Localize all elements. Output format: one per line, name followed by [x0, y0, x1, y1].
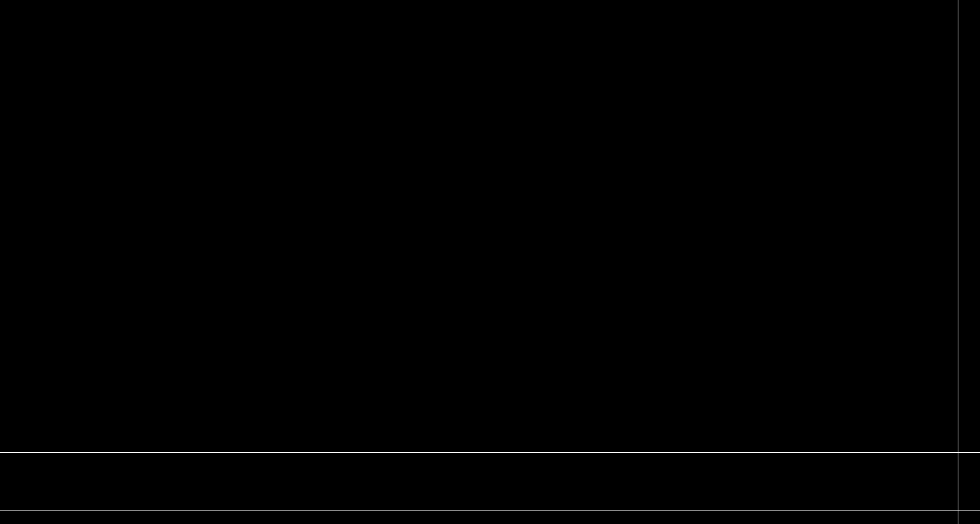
mt4-chart-window [0, 0, 980, 524]
stochastic-subwindow-canvas[interactable] [0, 0, 958, 56]
window-separator[interactable] [0, 452, 980, 453]
time-axis[interactable] [0, 511, 980, 524]
price-axis[interactable] [958, 0, 980, 511]
main-chart-canvas[interactable] [0, 0, 958, 452]
